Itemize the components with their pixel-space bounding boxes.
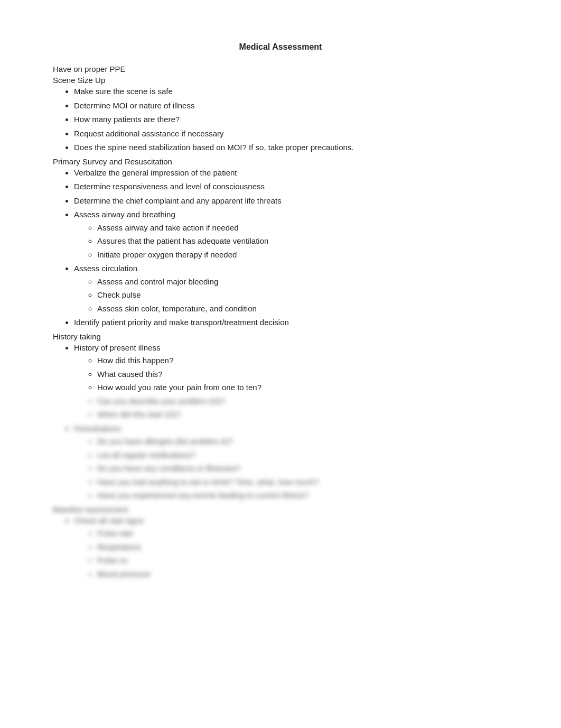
physical-exam-list: Check all vital signs Pulse rate Respira…	[74, 515, 508, 580]
list-item: Respirations	[97, 541, 508, 554]
list-item: Check all vital signs Pulse rate Respira…	[74, 515, 508, 580]
history-taking-header: History taking	[53, 332, 508, 341]
airway-sublist: Assess airway and take action if needed …	[97, 222, 508, 261]
physical-exam-header: Baseline assessment	[53, 505, 508, 514]
list-item: Verbalize the general impression of the …	[74, 167, 508, 179]
perturbations-sublist: Do you have allergies (list problem A)? …	[97, 436, 508, 502]
list-item: List all regular medications?	[97, 449, 508, 462]
list-item: Initiate proper oxygen therapy if needed	[97, 249, 508, 261]
primary-survey-list: Verbalize the general impression of the …	[74, 167, 508, 329]
list-item: Request additional assistance if necessa…	[74, 128, 508, 140]
list-item: Determine the chief complaint and any ap…	[74, 195, 508, 207]
list-item: Does the spine need stabilization based …	[74, 142, 508, 154]
list-item: Check pulse	[97, 289, 508, 301]
list-item: Pulse rate	[97, 528, 508, 540]
list-item: History of present illness How did this …	[74, 342, 508, 421]
present-illness-sublist: How did this happen? What caused this? H…	[97, 355, 508, 421]
list-item: What caused this?	[97, 368, 508, 381]
list-item-blurred: When did this start (O)?	[97, 409, 508, 421]
circulation-sublist: Assess and control major bleeding Check …	[97, 276, 508, 315]
vital-signs-sublist: Pulse rate Respirations Pulse ox Blood p…	[97, 528, 508, 580]
list-item: Assess airway and take action if needed	[97, 222, 508, 234]
list-item: How many patients are there?	[74, 114, 508, 126]
list-item: Assess skin color, temperature, and cond…	[97, 303, 508, 315]
scene-size-up-label: Scene Size Up	[53, 76, 508, 85]
list-item-blurred: Can you describe your problem (H)?	[97, 395, 508, 408]
list-item: Assess and control major bleeding	[97, 276, 508, 288]
list-item: Have you experienced any events leading …	[97, 490, 508, 502]
list-item: Assures that the patient has adequate ve…	[97, 235, 508, 247]
list-item: Identify patient priority and make trans…	[74, 317, 508, 329]
list-item: Determine responsiveness and level of co…	[74, 181, 508, 193]
list-item: Make sure the scene is safe	[74, 86, 508, 98]
list-item-blurred: Perturbations Do you have allergies (lis…	[74, 423, 508, 502]
ppe-label: Have on proper PPE	[53, 64, 508, 73]
list-item: Have you had anything to eat or drink? T…	[97, 476, 508, 489]
list-item: Blood pressure	[97, 568, 508, 580]
list-item: How did this happen?	[97, 355, 508, 367]
list-item: Do you have allergies (list problem A)?	[97, 436, 508, 448]
list-item: Determine MOI or nature of illness	[74, 100, 508, 112]
page-title: Medical Assessment	[53, 42, 508, 52]
list-item: Assess circulation Assess and control ma…	[74, 263, 508, 315]
list-item: Pulse ox	[97, 555, 508, 567]
list-item: How would you rate your pain from one to…	[97, 382, 508, 394]
list-item: Assess airway and breathing Assess airwa…	[74, 209, 508, 261]
history-taking-list: History of present illness How did this …	[74, 342, 508, 502]
primary-survey-header: Primary Survey and Resuscitation	[53, 157, 508, 166]
scene-size-up-list: Make sure the scene is safe Determine MO…	[74, 86, 508, 154]
list-item: Do you have any conditions or illnesses?	[97, 463, 508, 475]
